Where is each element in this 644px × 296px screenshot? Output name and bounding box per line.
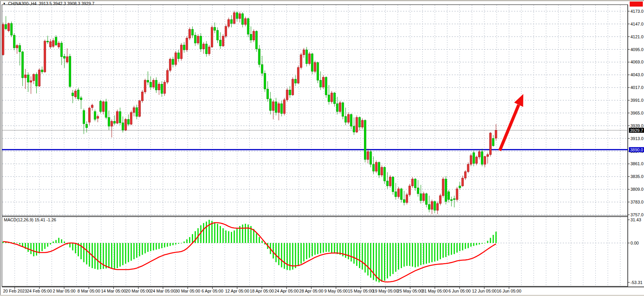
candle-body	[211, 27, 213, 47]
candle-body	[412, 179, 413, 186]
macd-histogram-bar	[348, 243, 349, 259]
macd-histogram-bar	[195, 231, 196, 243]
macd-histogram-bar	[228, 231, 229, 243]
macd-histogram-bar	[142, 243, 143, 255]
candle-body	[94, 111, 96, 119]
macd-histogram-bar	[476, 243, 477, 245]
candle-body	[409, 186, 411, 195]
candle-body	[217, 30, 219, 40]
candle-body	[381, 167, 383, 175]
candle-body	[2, 24, 4, 55]
macd-histogram-bar	[261, 241, 263, 243]
macd-axis-label: 31.43	[630, 217, 641, 222]
candle-body	[178, 53, 179, 58]
candle-body	[364, 120, 366, 159]
candle-body	[105, 102, 107, 117]
candle-body	[306, 50, 307, 63]
candle-body	[172, 59, 174, 65]
candle-body	[292, 79, 294, 95]
macd-histogram-bar	[50, 243, 51, 245]
candle-body	[495, 130, 497, 138]
macd-histogram-bar	[89, 243, 90, 267]
macd-histogram-bar	[186, 239, 188, 243]
macd-histogram-bar	[245, 224, 246, 243]
time-axis-label: 20 Mar 05:00	[126, 289, 151, 293]
candle-body	[83, 111, 85, 124]
macd-histogram-bar	[167, 243, 168, 247]
macd-histogram-bar	[278, 243, 279, 265]
candle-body	[289, 90, 291, 95]
candle-body	[102, 102, 104, 111]
candle-body	[361, 120, 363, 127]
macd-histogram-bar	[306, 243, 307, 259]
macd-histogram-bar	[72, 243, 73, 250]
macd-histogram-bar	[331, 243, 332, 253]
window-top-edge	[0, 0, 644, 1]
macd-histogram-bar	[131, 243, 132, 261]
macd-histogram-bar	[409, 243, 410, 266]
macd-histogram-bar	[150, 243, 151, 251]
chart-canvas[interactable]: 4173.04147.04121.04095.04069.04043.04017…	[0, 0, 644, 296]
macd-histogram-bar	[393, 243, 394, 274]
current-price-tag-text: 3929.7	[630, 128, 643, 133]
macd-histogram-bar	[462, 243, 463, 250]
candle-body	[80, 98, 82, 100]
macd-histogram-bar	[451, 243, 452, 255]
price-axis-label: 4069.0	[630, 60, 644, 64]
candle-body	[414, 179, 416, 188]
macd-histogram-bar	[208, 220, 210, 243]
macd-histogram-bar	[326, 243, 327, 252]
macd-histogram-bar	[351, 243, 352, 262]
macd-histogram-bar	[359, 243, 360, 268]
macd-histogram-bar	[354, 243, 355, 263]
candle-body	[111, 121, 113, 126]
macd-histogram-bar	[403, 243, 405, 267]
price-axis-label: 3783.0	[630, 200, 644, 204]
candle-body	[30, 81, 32, 82]
macd-histogram-bar	[122, 243, 123, 265]
macd-histogram-bar	[256, 233, 257, 243]
candle-body	[328, 95, 330, 102]
macd-histogram-bar	[459, 243, 460, 251]
candle-body	[44, 41, 46, 72]
macd-histogram-bar	[273, 243, 274, 258]
candle-body	[239, 14, 241, 19]
candle-body	[247, 19, 249, 34]
candle-body	[420, 194, 422, 201]
candle-body	[417, 188, 419, 193]
trend-arrow-shaft[interactable]	[500, 105, 519, 151]
macd-histogram-bar	[145, 243, 146, 253]
macd-histogram-bar	[367, 243, 369, 275]
macd-axis-label: -53.31	[630, 280, 642, 285]
macd-histogram-bar	[415, 243, 416, 267]
macd-histogram-bar	[27, 243, 29, 252]
candle-body	[233, 13, 235, 24]
macd-histogram-bar	[231, 232, 232, 243]
macd-histogram-bar	[456, 243, 458, 253]
macd-histogram-bar	[159, 243, 160, 249]
macd-histogram-bar	[479, 243, 480, 245]
candle-body	[166, 70, 168, 82]
candle-body	[395, 192, 397, 197]
macd-histogram-bar	[214, 222, 215, 243]
macd-histogram-bar	[426, 243, 427, 263]
candle-body	[200, 36, 202, 49]
time-axis-label: 16 Jun 05:00	[497, 289, 521, 293]
macd-histogram-bar	[437, 243, 438, 261]
chevron-down-icon[interactable]: ▼	[3, 2, 6, 6]
macd-histogram-bar	[442, 243, 444, 258]
macd-histogram-bar	[153, 243, 154, 250]
candle-body	[119, 111, 121, 123]
candle-body	[100, 101, 102, 112]
candle-body	[256, 31, 258, 49]
price-axis-label: 4095.0	[630, 47, 644, 52]
candle-body	[311, 54, 313, 72]
time-axis-label: 25 May 05:00	[397, 289, 423, 293]
macd-histogram-bar	[206, 222, 207, 243]
candle-body	[270, 99, 272, 110]
candle-body	[197, 36, 199, 43]
candle-body	[278, 104, 280, 113]
macd-histogram-bar	[222, 228, 224, 243]
macd-histogram-bar	[317, 243, 318, 254]
macd-histogram-bar	[133, 243, 135, 259]
